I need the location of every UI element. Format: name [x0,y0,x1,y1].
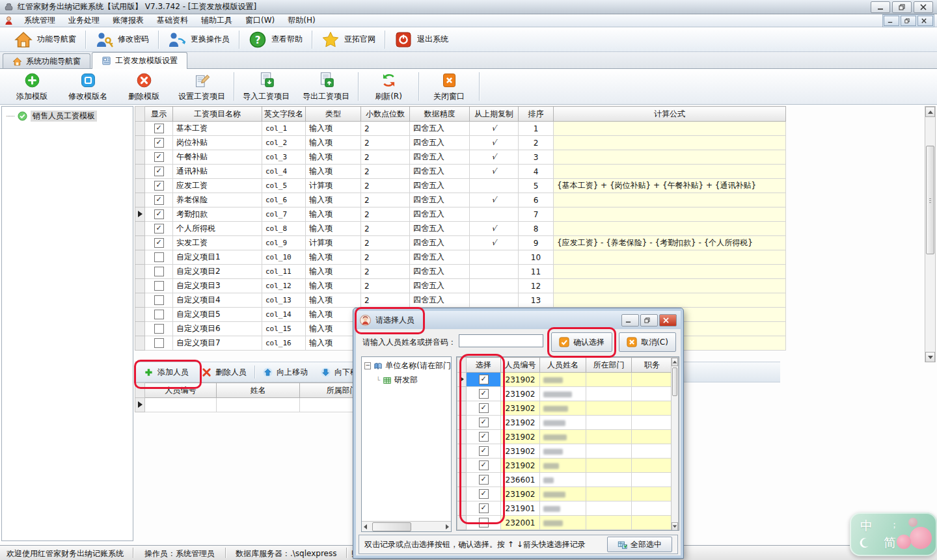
select-checkbox-cell[interactable] [467,516,501,530]
item-name-cell[interactable]: 考勤扣款 [173,207,262,222]
type-cell[interactable]: 输入项 [306,308,361,322]
select-all-button[interactable]: 全部选中 [607,537,672,552]
person-column-header-1[interactable]: 姓名 [217,383,300,398]
template-button-rename[interactable]: 修改模版名 [60,70,116,103]
salary-row[interactable]: 自定义项目4col_13输入项2四舍五入13 [135,293,786,308]
person-empty-row[interactable] [135,398,385,412]
show-checkbox-cell[interactable]: ✓ [145,222,173,236]
show-checkbox-cell[interactable]: ✓ [145,150,173,165]
type-cell[interactable]: 输入项 [306,136,361,150]
copy-cell[interactable]: √ [470,222,519,236]
item-name-cell[interactable]: 自定义项目1 [173,250,262,265]
field-name-cell[interactable]: col_14 [262,308,306,322]
show-checkbox-cell[interactable] [145,279,173,293]
tree-item-sales-template[interactable]: ······ 销售人员工资模板 [6,111,133,122]
formula-cell[interactable] [554,136,786,150]
department-cell[interactable] [586,459,632,473]
person-code-cell[interactable]: 231902 [501,373,540,387]
item-name-cell[interactable]: 自定义项目5 [173,308,262,322]
precision-cell[interactable]: 四舍五入 [410,150,470,165]
person-code-cell[interactable]: 231901 [501,501,540,516]
precision-cell[interactable]: 四舍五入 [410,136,470,150]
template-button-refresh[interactable]: 刷新(R) [360,70,416,103]
decimals-cell[interactable]: 2 [361,150,410,165]
scroll-up-button[interactable] [672,358,678,366]
ime-punct-indicator[interactable]: ； [890,519,899,531]
dialog-person-row[interactable]: ✓236601 [457,473,673,487]
order-cell[interactable]: 11 [519,265,554,279]
checkbox-checked[interactable]: ✓ [154,167,164,176]
field-name-cell[interactable]: col_3 [262,150,306,165]
checkbox-checked[interactable]: ✓ [154,152,164,162]
show-checkbox-cell[interactable]: ✓ [145,179,173,193]
select-checkbox-cell[interactable]: ✓ [467,416,501,430]
toolbar-button-exit[interactable]: 退出系统 [387,29,456,51]
menu-item-2[interactable]: 业务处理 [62,14,106,27]
type-cell[interactable]: 输入项 [306,265,361,279]
department-cell[interactable] [586,401,632,416]
main-scrollbar[interactable] [925,106,936,362]
copy-cell[interactable]: √ [470,150,519,165]
moon-icon[interactable] [859,537,870,548]
show-checkbox-cell[interactable] [145,250,173,265]
column-header-2[interactable]: 英文字段名 [262,107,306,122]
department-cell[interactable] [586,516,632,530]
precision-cell[interactable]: 四舍五入 [410,265,470,279]
salary-row[interactable]: 自定义项目1col_10输入项2四舍五入10 [135,250,786,265]
template-button-import[interactable]: 导入工资项目 [236,70,296,103]
checkbox[interactable] [154,324,164,334]
tab-salary-template-settings[interactable]: 工资发放模版设置 [92,52,187,69]
department-cell[interactable] [586,473,632,487]
mdi-restore-button[interactable] [901,16,916,26]
salary-row[interactable]: ✓通讯补贴col_4输入项2四舍五入√4 [135,165,786,179]
move-up-button[interactable]: 向上移动 [256,364,314,380]
add-person-button[interactable]: 添加人员 [137,364,195,380]
delete-person-button[interactable]: 删除人员 [195,364,253,380]
job-title-cell[interactable] [632,444,673,459]
person-code-cell[interactable]: 231902 [501,401,540,416]
decimals-cell[interactable]: 2 [361,165,410,179]
tree-root-item[interactable]: − 单位名称(请在部门 [364,360,451,371]
person-code-cell[interactable]: 231902 [501,459,540,473]
item-name-cell[interactable]: 自定义项目7 [173,336,262,351]
job-title-cell[interactable] [632,416,673,430]
decimals-cell[interactable]: 2 [361,236,410,250]
copy-cell[interactable] [470,250,519,265]
item-name-cell[interactable]: 基本工资 [173,122,262,136]
formula-cell[interactable] [554,293,786,308]
menu-item-5[interactable]: 辅助工具 [195,14,239,27]
field-name-cell[interactable]: col_12 [262,279,306,293]
salary-row[interactable]: ✓午餐补贴col_3输入项2四舍五入√3 [135,150,786,165]
department-cell[interactable] [586,430,632,444]
toolbar-button-password[interactable]: 修改密码 [87,29,157,51]
select-checkbox-cell[interactable]: ✓ [467,501,501,516]
type-cell[interactable]: 输入项 [306,193,361,207]
checkbox[interactable] [154,267,164,276]
salary-row[interactable]: 自定义项目2col_11输入项2四舍五入11 [135,265,786,279]
item-name-cell[interactable]: 自定义项目6 [173,322,262,336]
type-cell[interactable]: 输入项 [306,165,361,179]
checkbox-checked[interactable]: ✓ [479,418,489,427]
formula-cell[interactable] [554,165,786,179]
department-cell[interactable] [586,487,632,501]
item-name-cell[interactable]: 自定义项目2 [173,265,262,279]
item-name-cell[interactable]: 养老保险 [173,193,262,207]
field-name-cell[interactable]: col_7 [262,207,306,222]
salary-row[interactable]: ✓养老保险col_6输入项2四舍五入√6 [135,193,786,207]
precision-cell[interactable]: 四舍五入 [410,279,470,293]
order-cell[interactable]: 3 [519,150,554,165]
person-name-cell[interactable] [540,444,586,459]
cancel-button[interactable]: 取消(C) [619,332,676,352]
menu-item-6[interactable]: 窗口(W) [239,14,281,27]
precision-cell[interactable]: 四舍五入 [410,222,470,236]
tree-child-item[interactable]: └ 研发部 [376,375,451,386]
item-name-cell[interactable]: 实发工资 [173,236,262,250]
select-checkbox-cell[interactable]: ✓ [467,444,501,459]
decimals-cell[interactable]: 2 [361,193,410,207]
salary-row[interactable]: 自定义项目3col_12输入项2四舍五入12 [135,279,786,293]
precision-cell[interactable]: 四舍五入 [410,179,470,193]
order-cell[interactable]: 12 [519,279,554,293]
ime-mode-indicator[interactable]: 简 [884,535,896,552]
minimize-button[interactable] [871,1,890,13]
order-cell[interactable]: 1 [519,122,554,136]
